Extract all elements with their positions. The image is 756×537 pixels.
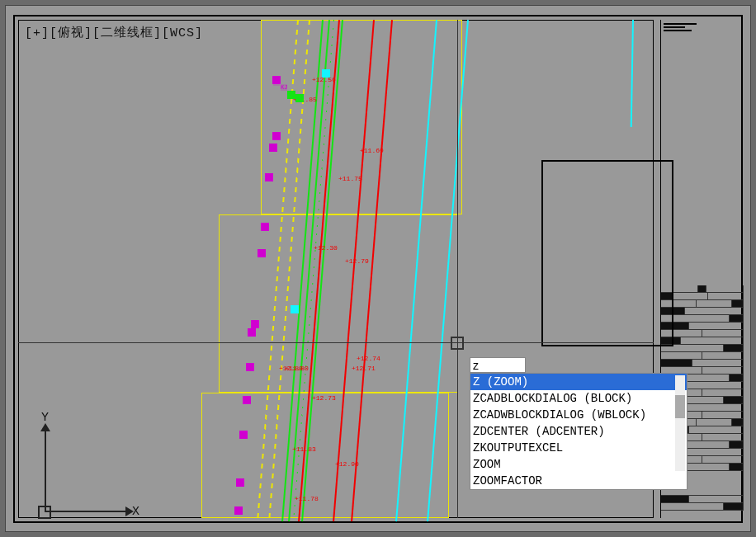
drawing-marker[interactable]: [261, 223, 269, 231]
elevation-label[interactable]: +11.69: [360, 147, 384, 154]
command-suggestions[interactable]: Z (ZOOM)ZCADBLOCKDIALOG (BLOCK)ZCADWBLOC…: [470, 373, 687, 490]
viewport-rect-1[interactable]: [261, 20, 462, 214]
drawing-marker[interactable]: [287, 91, 295, 99]
magenta-label[interactable]: KJ: [281, 84, 287, 91]
elevation-label[interactable]: +11.78: [295, 495, 319, 502]
axis-y-line: [45, 430, 46, 512]
suggestion-item[interactable]: ZCADWBLOCKDIALOG (WBLOCK): [470, 407, 687, 423]
elevation-label[interactable]: +12.30: [314, 244, 338, 252]
elevation-label[interactable]: +12.79: [345, 257, 369, 265]
suggestion-item[interactable]: ZOOMFACTOR: [470, 473, 687, 489]
elevation-label[interactable]: +12.74: [357, 355, 380, 362]
suggestions-scrollbar-track[interactable]: [675, 375, 685, 471]
suggestion-item[interactable]: ZCADBLOCKDIALOG (BLOCK): [470, 390, 687, 407]
drawing-marker[interactable]: [236, 478, 244, 487]
drawing-marker[interactable]: [243, 396, 251, 404]
drawing-marker[interactable]: [234, 506, 243, 515]
drawing-marker[interactable]: [239, 431, 248, 439]
crosshair-vertical: [457, 20, 458, 518]
drawing-marker[interactable]: [251, 320, 259, 328]
drawing-marker[interactable]: [322, 69, 330, 78]
ucs-origin-box: [38, 506, 51, 519]
ucs-axes[interactable]: Y X: [33, 397, 149, 512]
axis-x-line: [45, 511, 127, 512]
viewport-rect-2[interactable]: [219, 214, 458, 393]
crosshair-horizontal: [18, 342, 654, 343]
suggestion-item[interactable]: ZOOM: [470, 456, 687, 473]
crosshair-pickbox[interactable]: [451, 337, 464, 350]
drawing-marker[interactable]: [272, 76, 281, 84]
command-input[interactable]: [470, 357, 526, 373]
drawing-marker[interactable]: [269, 144, 277, 152]
suggestion-item[interactable]: ZDCENTER (ADCENTER): [470, 423, 687, 440]
title-logo: [664, 23, 697, 33]
drawing-marker[interactable]: [248, 328, 256, 337]
drawing-marker[interactable]: [246, 363, 254, 371]
elevation-label[interactable]: +12.90: [335, 460, 359, 468]
elevation-label[interactable]: +12.73: [312, 394, 336, 402]
suggestion-item[interactable]: Z (ZOOM): [470, 374, 687, 390]
inset-frame: [541, 160, 673, 346]
drawing-marker[interactable]: [295, 94, 304, 102]
elevation-label[interactable]: +11.75: [338, 175, 362, 182]
drawing-marker[interactable]: [272, 132, 281, 140]
drawing-marker[interactable]: [258, 249, 266, 257]
elevation-label[interactable]: +12.71: [352, 365, 376, 372]
drawing-marker[interactable]: [265, 173, 273, 181]
suggestions-scrollbar-thumb[interactable]: [675, 395, 685, 418]
drawing-marker[interactable]: [291, 305, 299, 313]
elevation-label[interactable]: +12.80: [279, 365, 303, 372]
suggestion-item[interactable]: ZKOUTPUTEXCEL: [470, 440, 687, 456]
axis-y-label: Y: [41, 411, 49, 425]
elevation-label[interactable]: +11.83: [292, 445, 316, 453]
viewport-rect-3[interactable]: [201, 393, 449, 518]
viewport-label[interactable]: [+][俯视][二维线框][WCS]: [25, 25, 203, 40]
axis-x-label: X: [132, 505, 139, 519]
